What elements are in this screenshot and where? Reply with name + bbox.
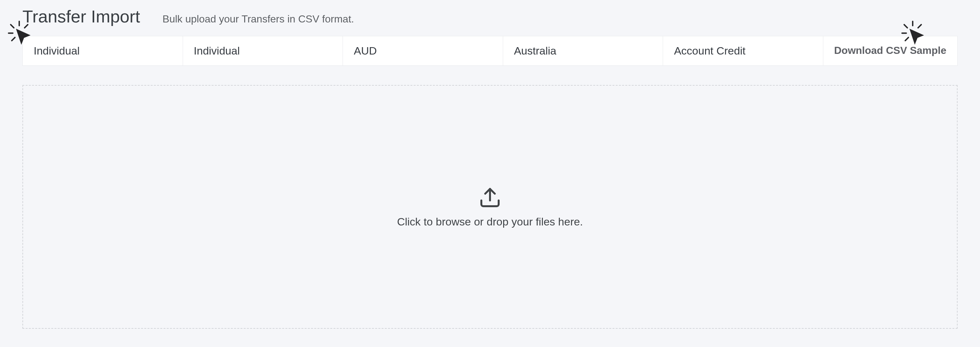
page-title: Transfer Import	[22, 6, 140, 26]
filter-currency[interactable]: AUD	[343, 36, 503, 66]
filter-recipient-type[interactable]: Individual	[183, 36, 343, 66]
page-subtitle: Bulk upload your Transfers in CSV format…	[162, 13, 354, 25]
upload-icon	[479, 186, 501, 209]
filter-country[interactable]: Australia	[503, 36, 663, 66]
filter-payment-method[interactable]: Account Credit	[663, 36, 823, 66]
filter-sender-type[interactable]: Individual	[22, 36, 183, 66]
file-dropzone[interactable]: Click to browse or drop your files here.	[22, 85, 958, 329]
dropzone-text: Click to browse or drop your files here.	[397, 216, 583, 228]
svg-line-2	[11, 25, 14, 28]
header-row: Transfer Import Bulk upload your Transfe…	[22, 6, 958, 26]
svg-line-5	[12, 38, 15, 41]
filter-row: Individual Individual AUD Australia Acco…	[22, 36, 958, 66]
download-csv-sample-button[interactable]: Download CSV Sample	[823, 36, 958, 66]
